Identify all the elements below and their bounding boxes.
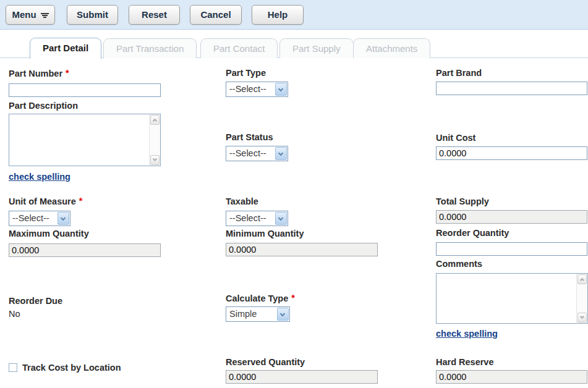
toolbar: Menu Submit Reset Cancel Help	[0, 0, 588, 30]
unit-of-measure-value: --Select--	[12, 213, 49, 223]
menu-button[interactable]: Menu	[6, 5, 55, 25]
required-marker: *	[291, 293, 295, 303]
part-type-value: --Select--	[229, 84, 266, 94]
menu-dropdown-icon	[41, 13, 49, 19]
unit-cost-label: Unit Cost	[436, 133, 475, 143]
part-status-select[interactable]: --Select--	[226, 146, 288, 161]
chevron-up-icon	[580, 278, 584, 282]
reorder-due-value: No	[9, 309, 20, 319]
tab-part-supply[interactable]: Part Supply	[279, 38, 354, 58]
select-dropdown-button	[58, 212, 69, 225]
part-status-label: Part Status	[226, 132, 273, 142]
reset-button[interactable]: Reset	[129, 5, 180, 25]
required-marker: *	[79, 196, 83, 206]
calculate-type-value: Simple	[229, 309, 257, 319]
taxable-select[interactable]: --Select--	[226, 211, 288, 226]
hard-reserve-input	[436, 370, 587, 384]
part-brand-input[interactable]	[436, 82, 587, 95]
part-description-textarea[interactable]	[9, 114, 161, 166]
calculate-type-select[interactable]: Simple	[226, 306, 290, 322]
unit-of-measure-label: Unit of Measure*	[9, 196, 82, 206]
part-detail-form-window: Menu Submit Reset Cancel Help Part Detai…	[0, 0, 588, 388]
scroll-down-button[interactable]	[150, 155, 160, 165]
tab-attachments[interactable]: Attachments	[353, 38, 430, 58]
comments-textarea[interactable]	[436, 273, 588, 324]
part-type-label: Part Type	[226, 68, 266, 78]
chevron-down-icon	[580, 314, 584, 319]
total-supply-label: Total Supply	[436, 196, 489, 206]
chevron-down-icon	[278, 86, 283, 91]
taxable-label: Taxable	[226, 196, 258, 206]
calculate-type-label: Calculate Type*	[226, 293, 295, 303]
scroll-down-button[interactable]	[577, 313, 587, 323]
select-dropdown-button	[275, 147, 287, 160]
minimum-quantity-label: Minimum Quantity	[226, 229, 304, 238]
part-number-label: Part Number*	[9, 69, 69, 78]
check-spelling-link-description[interactable]: check spelling	[9, 172, 70, 182]
comments-label: Comments	[436, 259, 482, 269]
scroll-up-button[interactable]	[150, 115, 160, 125]
part-number-input[interactable]	[9, 83, 161, 97]
part-type-select[interactable]: --Select--	[226, 82, 288, 97]
chevron-up-icon	[153, 119, 157, 123]
part-description-label: Part Description	[9, 101, 78, 111]
track-cost-by-location-checkbox[interactable]	[9, 363, 17, 372]
help-button[interactable]: Help	[252, 5, 304, 25]
tab-part-transaction[interactable]: Part Transaction	[103, 38, 197, 58]
cancel-button[interactable]: Cancel	[190, 5, 242, 25]
chevron-down-icon	[278, 216, 283, 221]
reorder-quantity-label: Reorder Quantity	[436, 228, 509, 238]
tab-part-detail[interactable]: Part Detail	[30, 38, 101, 59]
part-status-value: --Select--	[229, 148, 266, 158]
select-dropdown-button	[277, 308, 289, 321]
required-marker: *	[66, 68, 69, 78]
textarea-scrollbar[interactable]	[149, 114, 160, 166]
chevron-down-icon	[278, 151, 283, 156]
scroll-up-button[interactable]	[577, 274, 587, 284]
part-brand-label: Part Brand	[436, 68, 482, 78]
minimum-quantity-input	[226, 243, 378, 256]
menu-button-label: Menu	[12, 6, 36, 24]
select-dropdown-button	[275, 83, 287, 96]
unit-cost-input[interactable]	[436, 146, 587, 160]
track-cost-by-location-label: Track Cost by Location	[22, 363, 121, 373]
reorder-due-label: Reorder Due	[9, 296, 62, 306]
chevron-down-icon	[61, 216, 66, 221]
tab-part-contact[interactable]: Part Contact	[200, 38, 278, 58]
taxable-value: --Select--	[229, 213, 266, 223]
hard-reserve-label: Hard Reserve	[436, 357, 494, 367]
reorder-quantity-input[interactable]	[436, 242, 587, 256]
unit-of-measure-select[interactable]: --Select--	[9, 211, 70, 226]
reserved-quantity-input	[226, 370, 378, 384]
submit-button[interactable]: Submit	[67, 5, 118, 25]
total-supply-input	[436, 210, 587, 224]
maximum-quantity-label: Maximum Quantity	[9, 229, 89, 238]
reserved-quantity-label: Reserved Quantity	[226, 357, 305, 367]
textarea-scrollbar[interactable]	[576, 274, 587, 323]
chevron-down-icon	[153, 157, 157, 161]
select-dropdown-button	[275, 212, 287, 225]
check-spelling-link-comments[interactable]: check spelling	[436, 329, 498, 339]
maximum-quantity-input	[9, 243, 161, 257]
chevron-down-icon	[280, 311, 285, 316]
